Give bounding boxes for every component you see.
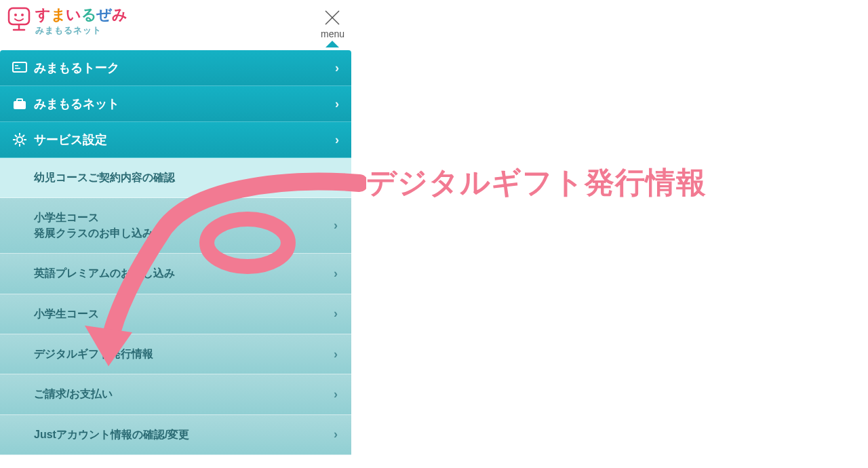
annotation-text: デジタルギフト発行情報 — [366, 163, 707, 203]
logo-subtitle: みまもるネット — [35, 24, 127, 37]
brand-logo-icon — [7, 5, 31, 35]
nav-item-label: サービス設定 — [34, 132, 107, 148]
sub-item-label: ご請求/お支払い — [34, 387, 113, 402]
briefcase-icon — [12, 96, 27, 111]
sub-item-infant[interactable]: 幼児コースご契約内容の確認 › — [0, 158, 351, 198]
close-icon — [323, 8, 342, 27]
logo-text: すまいるぜみ みまもるネット — [35, 5, 127, 37]
svg-point-2 — [21, 14, 24, 16]
chevron-right-icon: › — [335, 133, 339, 147]
sub-item-label: 英語プレミアムのお申し込み — [34, 266, 175, 281]
svg-line-20 — [22, 135, 24, 137]
chevron-right-icon: › — [334, 267, 338, 281]
sub-item-elem-advanced[interactable]: 小学生コース 発展クラスのお申し込み › — [0, 198, 351, 254]
svg-line-17 — [15, 135, 17, 137]
nav-item-net[interactable]: みまもるネット › — [0, 86, 351, 122]
sub-item-billing[interactable]: ご請求/お支払い › — [0, 374, 351, 414]
svg-point-12 — [17, 137, 22, 142]
svg-line-19 — [15, 142, 17, 144]
sub-item-label: 小学生コース 発展クラスのお申し込み — [34, 210, 153, 241]
logo-area[interactable]: すまいるぜみ みまもるネット — [7, 5, 127, 37]
sub-item-english[interactable]: 英語プレミアムのお申し込み › — [0, 254, 351, 294]
nav-item-label: みまもるトーク — [34, 60, 119, 76]
svg-line-18 — [22, 142, 24, 144]
menu-caret-icon — [326, 41, 339, 47]
svg-rect-7 — [13, 62, 26, 72]
app-header: すまいるぜみ みまもるネット menu — [0, 0, 351, 50]
sub-item-label: 小学生コース — [34, 307, 99, 321]
logo-title: すまいるぜみ — [35, 7, 127, 23]
chevron-right-icon: › — [335, 97, 339, 111]
chevron-right-icon: › — [334, 387, 338, 402]
chat-icon — [12, 60, 27, 75]
sub-item-elem-course[interactable]: 小学生コース › — [0, 294, 351, 334]
svg-rect-8 — [15, 65, 18, 66]
sub-item-digital-gift[interactable]: デジタルギフト発行情報 › — [0, 334, 351, 374]
chevron-right-icon: › — [335, 61, 339, 75]
sub-item-label: デジタルギフト発行情報 — [34, 347, 153, 362]
chevron-right-icon: › — [334, 347, 338, 362]
sub-item-label: 幼児コースご契約内容の確認 — [34, 170, 175, 185]
svg-rect-9 — [15, 68, 20, 69]
menu-label: menu — [321, 28, 344, 39]
sub-item-label: Justアカウント情報の確認/変更 — [34, 427, 189, 442]
nav-item-talk[interactable]: みまもるトーク › — [0, 50, 351, 86]
chevron-right-icon: › — [334, 427, 338, 442]
svg-rect-11 — [17, 99, 22, 102]
chevron-right-icon: › — [334, 307, 338, 321]
menu-toggle-button[interactable]: menu — [321, 5, 344, 47]
chevron-right-icon: › — [334, 218, 338, 233]
nav-item-settings[interactable]: サービス設定 › — [0, 122, 351, 158]
chevron-right-icon: › — [334, 171, 338, 185]
svg-rect-0 — [9, 8, 29, 24]
gear-icon — [12, 132, 27, 147]
nav-item-label: みまもるネット — [34, 96, 119, 112]
sub-item-just-account[interactable]: Justアカウント情報の確認/変更 › — [0, 415, 351, 455]
svg-point-1 — [14, 14, 17, 16]
main-menu: みまもるトーク › みまもるネット › サービス設定 › 幼児コースご契約内容の… — [0, 50, 351, 455]
